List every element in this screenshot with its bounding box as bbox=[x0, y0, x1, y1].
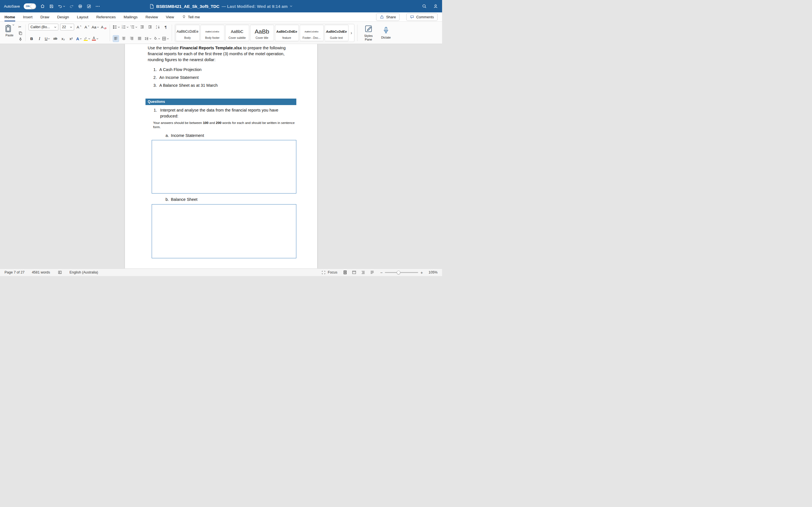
language-indicator[interactable]: English (Australia) bbox=[70, 270, 98, 274]
style-chip-footer-doc[interactable]: AaBbCcDdEe Footer - Doc... bbox=[300, 25, 324, 41]
tab-tell-me[interactable]: Tell me bbox=[182, 12, 200, 21]
chevron-down-icon bbox=[149, 38, 151, 40]
style-chip-body-footer[interactable]: AaBbCcDdEe Body footer bbox=[200, 25, 224, 41]
chevron-down-icon bbox=[88, 38, 90, 40]
page-indicator[interactable]: Page 7 of 27 bbox=[4, 270, 24, 274]
align-left-button[interactable] bbox=[113, 35, 119, 42]
share-button[interactable]: Share bbox=[376, 13, 400, 21]
account-icon[interactable] bbox=[433, 4, 438, 9]
chevron-down-icon bbox=[135, 26, 137, 28]
decrease-indent-button[interactable] bbox=[139, 24, 145, 31]
font-name-select[interactable]: Calibri (Bo... bbox=[29, 24, 58, 31]
numbered-list-button[interactable]: 123 bbox=[121, 24, 129, 31]
word-count[interactable]: 4581 words bbox=[32, 270, 50, 274]
zoom-out-button[interactable]: − bbox=[380, 270, 383, 275]
clipboard-group: Paste ✂ bbox=[3, 23, 22, 42]
increase-indent-button[interactable] bbox=[147, 24, 153, 31]
tab-review[interactable]: Review bbox=[146, 12, 158, 21]
tab-mailings[interactable]: Mailings bbox=[123, 12, 138, 21]
dictate-button[interactable]: Dictate bbox=[378, 26, 394, 40]
chevron-down-icon bbox=[80, 38, 82, 40]
grow-font-button[interactable]: A˄ bbox=[76, 24, 82, 31]
superscript-button[interactable]: x² bbox=[68, 35, 74, 42]
multilevel-list-button[interactable] bbox=[130, 24, 137, 31]
ribbon-separator bbox=[110, 24, 110, 41]
sort-button[interactable]: AZ bbox=[155, 24, 161, 31]
web-layout-view-button[interactable] bbox=[352, 270, 356, 275]
chevron-down-icon bbox=[97, 26, 99, 28]
quick-action-icon[interactable] bbox=[87, 4, 91, 9]
borders-button[interactable] bbox=[162, 35, 169, 42]
sub-item-a: a.Income Statement bbox=[165, 133, 296, 138]
paste-button[interactable]: Paste bbox=[3, 23, 16, 38]
zoom-level[interactable]: 105% bbox=[428, 270, 438, 274]
bold-button[interactable]: B bbox=[29, 35, 35, 42]
draft-view-button[interactable] bbox=[370, 270, 374, 275]
format-painter-button[interactable] bbox=[18, 37, 22, 41]
answer-box-balance-sheet[interactable] bbox=[152, 204, 296, 258]
font-color-button[interactable]: A bbox=[92, 35, 98, 42]
font-size-select[interactable]: 22 bbox=[60, 24, 74, 31]
line-spacing-button[interactable] bbox=[144, 35, 151, 42]
bullet-list-button[interactable] bbox=[113, 24, 120, 31]
justify-button[interactable] bbox=[137, 35, 143, 42]
chevron-down-icon bbox=[54, 26, 56, 28]
home-icon[interactable] bbox=[40, 4, 45, 9]
text-effects-button[interactable]: A bbox=[76, 35, 82, 42]
style-chip-body[interactable]: AaBbCcDdEe Body bbox=[175, 25, 200, 41]
statusbar: Page 7 of 27 4581 words English (Austral… bbox=[0, 269, 442, 276]
print-layout-view-button[interactable] bbox=[343, 270, 347, 275]
align-center-button[interactable] bbox=[121, 35, 127, 42]
intro-paragraph: Use the template Financial Reports Templ… bbox=[148, 45, 296, 63]
more-commands-icon[interactable] bbox=[95, 4, 100, 9]
tab-view[interactable]: View bbox=[166, 12, 174, 21]
cut-button[interactable]: ✂ bbox=[18, 24, 22, 29]
change-case-button[interactable]: Aa bbox=[92, 24, 99, 31]
align-right-button[interactable] bbox=[129, 35, 135, 42]
styles-pane-button[interactable]: Styles Pane bbox=[360, 24, 377, 41]
subscript-button[interactable]: x₂ bbox=[60, 35, 66, 42]
italic-button[interactable]: I bbox=[36, 35, 43, 42]
shrink-font-button[interactable]: A˅ bbox=[84, 24, 90, 31]
print-icon[interactable] bbox=[78, 4, 83, 9]
style-chip-cover-title[interactable]: AaBb Cover title bbox=[250, 25, 274, 41]
tab-insert[interactable]: Insert bbox=[23, 12, 33, 21]
show-paragraph-marks-button[interactable]: ¶ bbox=[163, 24, 169, 31]
redo-icon[interactable] bbox=[69, 4, 74, 9]
shading-button[interactable] bbox=[153, 35, 160, 42]
highlight-button[interactable] bbox=[84, 35, 90, 42]
line-spacing-icon bbox=[144, 36, 149, 41]
style-chip-guide-text[interactable]: AaBbCcDdEe Guide text bbox=[324, 25, 349, 41]
autosave-toggle[interactable]: ON bbox=[24, 3, 36, 9]
undo-icon[interactable] bbox=[58, 4, 65, 9]
comments-button[interactable]: Comments bbox=[406, 13, 438, 21]
spellcheck-icon[interactable] bbox=[57, 270, 62, 275]
tab-design[interactable]: Design bbox=[57, 12, 69, 21]
tab-references[interactable]: References bbox=[96, 12, 116, 21]
tab-home[interactable]: Home bbox=[4, 12, 15, 21]
style-chip-feature[interactable]: AaBbCcDdEe feature bbox=[275, 25, 299, 41]
tab-draw[interactable]: Draw bbox=[40, 12, 49, 21]
sub-item-b: b.Balance Sheet bbox=[165, 196, 296, 203]
strikethrough-button[interactable]: ab bbox=[52, 35, 58, 42]
clear-formatting-button[interactable]: A bbox=[101, 24, 107, 31]
outline-view-button[interactable] bbox=[361, 270, 365, 275]
underline-button[interactable]: U bbox=[44, 35, 50, 42]
save-icon[interactable] bbox=[49, 4, 54, 9]
word-window: AutoSave ON bbox=[0, 0, 442, 276]
copy-button[interactable] bbox=[18, 31, 22, 35]
styles-gallery-more-button[interactable]: › bbox=[349, 25, 354, 41]
search-icon[interactable] bbox=[422, 4, 427, 9]
style-chip-cover-subtitle[interactable]: AaBbC Cover subtitle bbox=[225, 25, 249, 41]
answer-box-income-statement[interactable] bbox=[152, 140, 296, 193]
tab-layout[interactable]: Layout bbox=[77, 12, 89, 21]
chevron-down-icon bbox=[167, 38, 169, 40]
zoom-slider[interactable] bbox=[385, 272, 418, 273]
focus-button[interactable]: Focus bbox=[321, 270, 337, 275]
page[interactable]: Use the template Financial Reports Templ… bbox=[125, 44, 317, 269]
paragraph-group: 123 AZ ¶ bbox=[113, 23, 169, 42]
svg-text:Z: Z bbox=[156, 27, 157, 29]
zoom-in-button[interactable]: + bbox=[420, 270, 423, 275]
document-canvas[interactable]: Use the template Financial Reports Templ… bbox=[0, 44, 442, 269]
zoom-slider-knob[interactable] bbox=[397, 271, 400, 274]
